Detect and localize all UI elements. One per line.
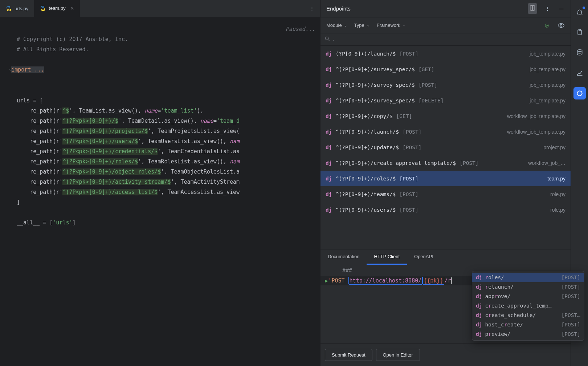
framework-badge: dj — [476, 322, 482, 328]
framework-badge: dj — [326, 129, 332, 135]
endpoint-path: ^(?P[0-9]+)/create_approval_template/$ — [335, 160, 456, 166]
svg-line-4 — [328, 40, 330, 41]
svg-point-3 — [325, 37, 328, 40]
endpoint-path: ^(?P[0-9]+)/update/$ — [335, 145, 399, 150]
autocomplete-method: [POST… — [562, 312, 580, 318]
autocomplete-item[interactable]: djhost_create/[POST] — [472, 320, 584, 329]
open-in-editor-button[interactable]: Open in Editor — [376, 349, 420, 361]
autocomplete-item[interactable]: djcreate_schedule/[POST… — [472, 310, 584, 320]
endpoint-row[interactable]: dj^(?P[0-9]+)/roles/$ [POST]team.py — [320, 171, 571, 186]
framework-badge: dj — [476, 293, 482, 299]
run-icon[interactable]: ▶✕ — [325, 278, 328, 284]
endpoint-path: ^(?P[0-9]+)/launch/$ — [335, 129, 399, 135]
endpoint-method: [DELETE] — [418, 98, 444, 103]
error-badge-icon: ✕ — [328, 277, 330, 281]
endpoint-row[interactable]: dj^(?P[0-9]+)/launch/$ [POST]workflow_jo… — [320, 124, 571, 139]
endpoint-row[interactable]: dj^(?P[0-9]+)/create_approval_template/$… — [320, 155, 571, 171]
tab-label: team.py — [49, 5, 65, 11]
framework-badge: dj — [326, 66, 332, 72]
endpoint-file: job_template.py — [530, 98, 565, 103]
endpoints-tool-icon[interactable] — [573, 87, 586, 99]
endpoint-row[interactable]: dj^(?P[0-9]+)/teams/$ [POST]role.py — [320, 186, 571, 202]
endpoint-file: workflow_job_… — [528, 160, 565, 166]
chart-icon[interactable] — [573, 67, 586, 79]
endpoint-row[interactable]: dj^(?P[0-9]+)/survey_spec/$ [POST]job_te… — [320, 77, 571, 93]
http-url-variable[interactable]: {{pk}} — [422, 277, 444, 285]
search-bar[interactable]: ⌄ — [320, 33, 571, 46]
more-icon[interactable]: ⋮ — [544, 5, 551, 12]
endpoint-method: [POST] — [460, 160, 478, 166]
framework-badge: dj — [326, 207, 332, 213]
code-text: urls = [ — [17, 97, 43, 104]
endpoint-file: team.py — [547, 176, 565, 182]
endpoint-method: [GET] — [396, 113, 412, 119]
submit-request-button[interactable]: Submit Request — [325, 349, 372, 361]
tab-documentation[interactable]: Documentation — [320, 249, 367, 265]
filter-framework[interactable]: Framework ⌄ — [377, 23, 405, 28]
autocomplete-method: [POST] — [562, 274, 580, 280]
endpoint-row[interactable]: dj^(?P[0-9]+)/copy/$ [GET]workflow_job_t… — [320, 108, 571, 124]
autocomplete-item[interactable]: djrelaunch/[POST] — [472, 282, 584, 292]
endpoint-path: ^(?P[0-9]+)/survey_spec/$ — [335, 98, 415, 103]
autocomplete-popup: djroles/[POST]djrelaunch/[POST]djapprove… — [472, 271, 584, 341]
autocomplete-method: [POST] — [562, 331, 580, 337]
endpoint-row[interactable]: dj^(?P[0-9]+)/users/$ [POST]role.py — [320, 202, 571, 217]
endpoint-method: [POST] — [403, 145, 421, 150]
notifications-icon[interactable] — [573, 6, 586, 18]
framework-badge: dj — [326, 176, 332, 182]
tab-label: urls.py — [15, 6, 28, 11]
framework-badge: dj — [326, 82, 332, 88]
minimize-icon[interactable]: — — [558, 5, 565, 12]
endpoint-path: ^(?P[0-9]+)/teams/$ — [335, 191, 396, 197]
database-icon[interactable] — [573, 46, 586, 59]
framework-badge: dj — [476, 284, 482, 290]
code-text: __all__ = ['urls'] — [17, 219, 76, 226]
tab-openapi[interactable]: OpenAPI — [407, 249, 441, 265]
code-comment: # Copyright (c) 2017 Ansible, Inc. — [17, 36, 128, 42]
autocomplete-item[interactable]: djcreate_approval_temp… — [472, 301, 584, 310]
target-icon[interactable]: ◎ — [543, 22, 550, 29]
tab-urls[interactable]: urls.py — [0, 0, 34, 17]
tab-http-client[interactable]: HTTP Client — [367, 249, 407, 265]
filter-type[interactable]: Type ⌄ — [354, 23, 369, 28]
autocomplete-method: [POST] — [562, 293, 580, 299]
endpoint-row[interactable]: dj^(?P[0-9]+)/survey_spec/$ [DELETE]job_… — [320, 93, 571, 108]
autocomplete-item[interactable]: djapprove/[POST] — [472, 292, 584, 301]
endpoint-row[interactable]: dj(?P[0-9]+)/launch/$ [POST]job_template… — [320, 46, 571, 61]
panel-title: Endpoints — [326, 5, 528, 12]
endpoint-method: [POST] — [418, 82, 437, 88]
endpoint-path: ^(?P[0-9]+)/users/$ — [335, 207, 396, 213]
endpoint-path: ^(?P[0-9]+)/survey_spec/$ — [335, 82, 415, 88]
endpoint-row[interactable]: dj^(?P[0-9]+)/update/$ [POST]project.py — [320, 139, 571, 155]
clipboard-icon[interactable] — [573, 26, 586, 38]
preview-icon[interactable] — [528, 3, 537, 14]
endpoint-file: job_template.py — [530, 82, 565, 88]
endpoint-path: ^(?P[0-9]+)/roles/$ — [335, 176, 396, 182]
search-icon — [325, 36, 330, 42]
tab-more-icon[interactable]: ⋮ — [304, 6, 320, 11]
autocomplete-method: [POST] — [562, 322, 580, 328]
tab-team[interactable]: team.py × — [34, 0, 80, 17]
framework-badge: dj — [326, 145, 332, 150]
framework-badge: dj — [326, 160, 332, 166]
endpoint-method: [GET] — [418, 66, 434, 72]
endpoint-file: workflow_job_template.py — [507, 129, 565, 135]
endpoint-row[interactable]: dj^(?P[0-9]+)/survey_spec/$ [GET]job_tem… — [320, 61, 571, 77]
filter-module[interactable]: Module ⌄ — [326, 23, 347, 28]
endpoint-path: ^(?P[0-9]+)/copy/$ — [335, 113, 392, 119]
endpoint-path: ^(?P[0-9]+)/survey_spec/$ — [335, 66, 415, 72]
eye-icon[interactable] — [558, 22, 565, 29]
close-icon[interactable]: × — [71, 5, 74, 12]
code-editor[interactable]: Paused... # Copyright (c) 2017 Ansible, … — [0, 17, 320, 366]
http-url-host[interactable]: http://localhost:8080/ — [348, 277, 423, 285]
autocomplete-method: [POST] — [562, 284, 580, 290]
framework-badge: dj — [476, 331, 482, 337]
endpoint-file: job_template.py — [530, 66, 565, 72]
autocomplete-item[interactable]: djpreview/[POST] — [472, 329, 584, 339]
framework-badge: dj — [476, 312, 482, 318]
code-comment: # All Rights Reserved. — [17, 46, 89, 53]
autocomplete-item[interactable]: djroles/[POST] — [472, 273, 584, 282]
endpoint-file: role.py — [550, 207, 565, 213]
python-icon — [40, 5, 46, 11]
python-icon — [6, 6, 12, 12]
